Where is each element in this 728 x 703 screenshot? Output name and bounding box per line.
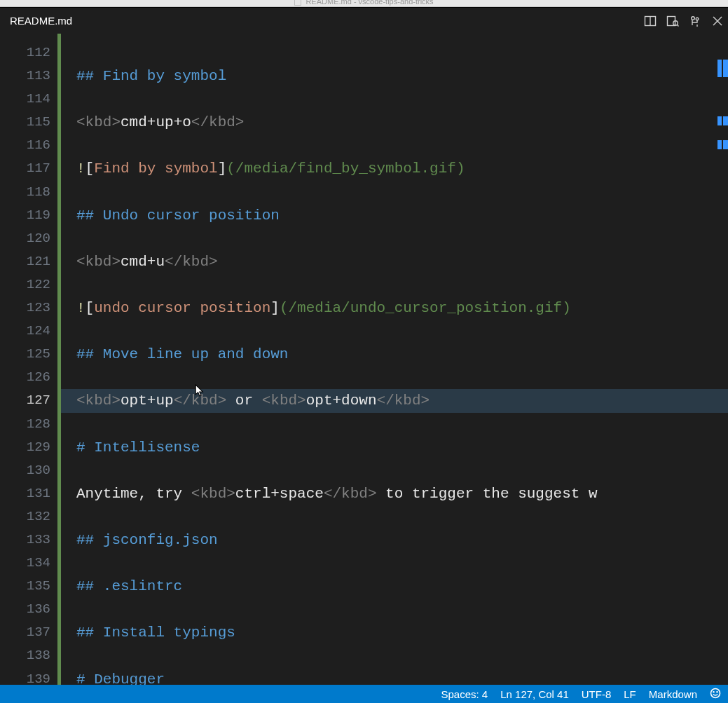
status-indent[interactable]: Spaces: 4 xyxy=(441,688,488,700)
line-number[interactable]: 138 xyxy=(0,644,57,667)
split-editor-icon[interactable] xyxy=(644,15,657,27)
line-number[interactable]: 133 xyxy=(0,528,57,552)
code-line[interactable]: Anytime, try <kbd>ctrl+space</kbd> to tr… xyxy=(61,482,728,505)
svg-point-10 xyxy=(713,691,714,692)
overview-marker[interactable] xyxy=(723,116,728,125)
code-line[interactable] xyxy=(61,644,728,667)
tab-filename[interactable]: README.md xyxy=(10,15,72,27)
code-line[interactable]: ![Find by symbol](/media/find_by_symbol.… xyxy=(61,157,728,180)
code-line[interactable] xyxy=(61,459,728,482)
code-line[interactable]: ![undo cursor position](/media/undo_curs… xyxy=(61,296,728,320)
code-line[interactable] xyxy=(61,273,728,296)
overview-marker[interactable] xyxy=(723,140,728,149)
code-line[interactable]: ## Find by symbol xyxy=(61,64,728,88)
line-number[interactable]: 120 xyxy=(0,227,57,250)
overview-ruler-secondary[interactable] xyxy=(723,34,728,685)
more-actions-icon[interactable] xyxy=(689,15,701,27)
line-number[interactable]: 129 xyxy=(0,436,57,459)
status-encoding[interactable]: UTF-8 xyxy=(582,688,612,700)
window-titlebar: README.md - vscode-tips-and-tricks xyxy=(0,0,728,7)
line-number[interactable]: 117 xyxy=(0,157,57,180)
tab-bar: README.md xyxy=(0,7,728,34)
code-line[interactable]: ## .eslintrc xyxy=(61,575,728,598)
code-line[interactable] xyxy=(61,320,728,343)
line-number[interactable]: 122 xyxy=(0,273,57,296)
svg-point-11 xyxy=(717,691,717,692)
overview-ruler[interactable] xyxy=(717,34,722,685)
line-number[interactable]: 134 xyxy=(0,552,57,575)
code-line[interactable]: <kbd>cmd+u</kbd> xyxy=(61,250,728,273)
code-line[interactable] xyxy=(61,413,728,436)
window-title: README.md - vscode-tips-and-tricks xyxy=(305,0,433,6)
line-number[interactable]: 124 xyxy=(0,320,57,343)
line-number[interactable]: 123 xyxy=(0,296,57,320)
code-line[interactable]: # Intellisense xyxy=(61,436,728,459)
code-line[interactable] xyxy=(61,41,728,64)
code-line[interactable] xyxy=(61,505,728,528)
status-eol[interactable]: LF xyxy=(624,688,636,700)
close-icon[interactable] xyxy=(711,15,724,27)
code-line[interactable]: ## Undo cursor position xyxy=(61,204,728,227)
overview-marker[interactable] xyxy=(717,116,722,125)
line-number-gutter[interactable]: 1121131141151161171181191201211221231241… xyxy=(0,34,57,685)
code-line[interactable]: <kbd>opt+up</kbd> or <kbd>opt+down</kbd> xyxy=(61,389,728,412)
line-number[interactable]: 115 xyxy=(0,111,57,134)
code-line[interactable]: # Debugger xyxy=(61,668,728,685)
overview-marker[interactable] xyxy=(723,68,728,77)
line-number[interactable]: 130 xyxy=(0,459,57,482)
line-number[interactable]: 118 xyxy=(0,181,57,204)
code-line[interactable] xyxy=(61,134,728,157)
svg-line-4 xyxy=(677,25,678,26)
line-number[interactable]: 114 xyxy=(0,88,57,111)
line-number[interactable]: 135 xyxy=(0,575,57,598)
code-line[interactable] xyxy=(61,366,728,389)
line-number[interactable]: 116 xyxy=(0,134,57,157)
line-number[interactable]: 137 xyxy=(0,621,57,644)
code-line[interactable] xyxy=(61,552,728,575)
status-bar: Spaces: 4 Ln 127, Col 41 UTF-8 LF Markdo… xyxy=(0,685,728,703)
code-area[interactable]: ## Find by symbol<kbd>cmd+up+o</kbd>![Fi… xyxy=(61,34,728,685)
code-line[interactable]: ## jsconfig.json xyxy=(61,528,728,552)
line-number[interactable]: 132 xyxy=(0,505,57,528)
line-number[interactable]: 128 xyxy=(0,413,57,436)
preview-changes-icon[interactable] xyxy=(666,15,679,27)
code-line[interactable]: <kbd>cmd+up+o</kbd> xyxy=(61,111,728,134)
svg-point-9 xyxy=(711,688,720,697)
overview-marker[interactable] xyxy=(717,68,722,77)
code-line[interactable] xyxy=(61,181,728,204)
code-line[interactable] xyxy=(61,88,728,111)
line-number[interactable]: 119 xyxy=(0,204,57,227)
code-line[interactable] xyxy=(61,227,728,250)
feedback-smile-icon[interactable] xyxy=(710,688,721,701)
overview-marker[interactable] xyxy=(717,140,722,149)
line-number[interactable]: 113 xyxy=(0,64,57,88)
line-number[interactable]: 127 xyxy=(0,389,57,412)
line-number[interactable]: 131 xyxy=(0,482,57,505)
line-number[interactable]: 121 xyxy=(0,250,57,273)
line-number[interactable]: 139 xyxy=(0,668,57,685)
line-number[interactable]: 136 xyxy=(0,598,57,621)
line-number[interactable]: 126 xyxy=(0,366,57,389)
status-language[interactable]: Markdown xyxy=(649,688,697,700)
editor[interactable]: 1121131141151161171181191201211221231241… xyxy=(0,34,728,685)
code-line[interactable] xyxy=(61,598,728,621)
code-line[interactable]: ## Move line up and down xyxy=(61,343,728,366)
code-line[interactable]: ## Install typings xyxy=(61,621,728,644)
status-cursor-position[interactable]: Ln 127, Col 41 xyxy=(500,688,569,700)
line-number[interactable]: 125 xyxy=(0,343,57,366)
svg-point-5 xyxy=(692,16,695,20)
svg-point-6 xyxy=(696,18,699,20)
line-number[interactable]: 112 xyxy=(0,41,57,64)
